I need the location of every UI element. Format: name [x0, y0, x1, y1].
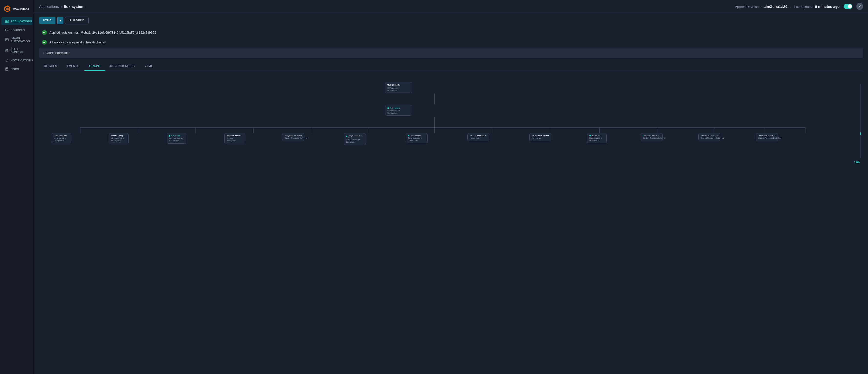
sidebar-item-sources-label: Sources: [11, 29, 25, 31]
node-kustomization-namespace: flux-system: [388, 112, 410, 114]
applications-icon: [5, 19, 9, 23]
logo-text: weavegitops: [13, 7, 29, 10]
logo-icon: [3, 5, 11, 13]
more-information-panel[interactable]: › More Information: [39, 48, 863, 58]
sidebar-item-flux-runtime[interactable]: Flux Runtime: [1, 45, 32, 56]
toolbar: SYNC ▾ SUSPEND: [39, 17, 863, 24]
image-automation-icon: [5, 38, 9, 42]
flux-runtime-icon: [5, 49, 9, 53]
node-flux-kust-kind: Kustomization: [589, 137, 604, 139]
tab-dependencies[interactable]: DEPENDENCIES: [105, 62, 140, 71]
node-flux-with-kind: ClusterRole: [532, 137, 549, 139]
node-webhook-receiver-title: webhook-receiver: [227, 135, 243, 136]
sidebar-item-sources[interactable]: Sources: [1, 26, 32, 34]
node-root-namespace: flux-system: [388, 89, 410, 91]
node-imagerepositories-kind: CustomResourceDefinition: [284, 137, 302, 139]
sidebar-item-notifications[interactable]: Notifications: [1, 56, 32, 64]
checkmark-2: [43, 41, 46, 44]
node-img-ctrl-ns: flux-system: [346, 141, 364, 143]
node-receivers-kind: CustomResourceDefinition: [643, 137, 660, 139]
logo: weavegitops: [0, 3, 34, 17]
scroll-thumb: [860, 132, 861, 135]
tab-events[interactable]: EVENTS: [62, 62, 84, 71]
node-ww-gitops[interactable]: ww-gitops HelmRepository flux-system: [167, 133, 186, 144]
node-helmcharts-crd[interactable]: helmcharts.source.to... CustomResourceDe…: [756, 133, 778, 141]
node-helm-ctrl-kind: ServiceAccount: [408, 137, 426, 139]
node-helm-ctrl-health: helm controller: [408, 135, 426, 136]
node-helm-controller[interactable]: helm controller ServiceAccount flux-syst…: [406, 133, 428, 143]
sidebar-item-applications[interactable]: Applications: [1, 17, 32, 25]
node-kustomization-kind: Kustomization: [388, 110, 410, 112]
content-area: SYNC ▾ SUSPEND Applied revision: main@sh…: [34, 13, 868, 374]
tab-details[interactable]: DETAILS: [39, 62, 62, 71]
node-allow-scraping-kind: NetworkPolicy: [112, 137, 126, 139]
node-imagerepositories-crd[interactable]: imagerepositories.ima... CustomResourceD…: [282, 133, 304, 141]
node-receivers-health: receivers.notificatio...: [643, 135, 660, 136]
breadcrumb-parent[interactable]: Applications: [39, 4, 59, 8]
node-img-ctrl-kind: ServiceAccount: [346, 139, 364, 141]
toggle-knob: [848, 4, 852, 8]
node-crd-controller-title: crd-controller-flux-s...: [470, 135, 487, 136]
health-dot-fluxkust: [589, 135, 591, 136]
sources-icon: [5, 28, 9, 32]
node-flux-with-flux[interactable]: flux-with-flux-system ClusterRole: [529, 133, 552, 141]
user-icon: [858, 4, 862, 8]
tab-bar: DETAILS EVENTS GRAPH DEPENDENCIES YAML: [39, 62, 863, 71]
node-helmcharts-health: helmcharts.source.to...: [758, 135, 776, 136]
suspend-button[interactable]: SUSPEND: [65, 17, 89, 24]
node-webhook-receiver[interactable]: webhook-receiver Service flux-system: [224, 133, 245, 143]
node-ww-gitops-kind: HelmRepository: [169, 137, 184, 139]
sidebar-item-flux-runtime-label: Flux Runtime: [11, 48, 29, 54]
header: Applications › flux-system Applied Revis…: [34, 0, 868, 13]
svg-rect-6: [7, 22, 8, 23]
user-avatar[interactable]: [856, 3, 863, 10]
node-flux-kust-health: flux-system: [589, 135, 604, 136]
node-kustomizations-crd[interactable]: kustomizations.source... CustomResourceD…: [698, 133, 720, 141]
sidebar-item-image-automation[interactable]: Image Automation: [1, 35, 32, 45]
more-information-label: More Information: [46, 51, 70, 55]
node-kustomizations-health: kustomizations.source...: [701, 135, 718, 136]
svg-point-14: [859, 5, 861, 6]
sync-button[interactable]: SYNC: [39, 17, 56, 24]
status-message-2: All workloads are passing health checks: [39, 38, 863, 46]
breadcrumb: Applications › flux-system: [39, 4, 84, 8]
tab-yaml[interactable]: YAML: [140, 62, 158, 71]
sidebar-item-docs-label: Docs: [11, 68, 19, 70]
node-allow-scraping[interactable]: allow-scraping NetworkPolicy flux-system: [109, 133, 129, 143]
node-crd-controller[interactable]: crd-controller-flux-s... ClusterRole: [467, 133, 490, 141]
svg-rect-5: [5, 22, 7, 23]
last-updated-label: Last Updated: 9 minutes ago: [795, 4, 840, 8]
sidebar-item-notifications-label: Notifications: [11, 59, 33, 62]
node-root[interactable]: flux-system GitRepository flux-system: [385, 82, 412, 93]
node-ww-gitops-ns: flux-system: [169, 139, 184, 142]
sync-dropdown-button[interactable]: ▾: [57, 17, 63, 24]
node-ww-gitops-health: ww-gitops: [169, 135, 184, 137]
health-dot-imgctrl: [346, 136, 347, 137]
svg-point-9: [6, 39, 7, 40]
sidebar-item-docs[interactable]: Docs: [1, 65, 32, 73]
applied-revision-label: Applied Revision: main@sha1:f29...: [735, 4, 790, 8]
scroll-track: [860, 84, 861, 158]
health-dot: [388, 107, 389, 109]
node-flux-system-kust[interactable]: flux-system Kustomization flux-system: [587, 133, 607, 143]
check-icon-2: [42, 40, 47, 45]
theme-toggle[interactable]: [844, 4, 852, 9]
header-right: Applied Revision: main@sha1:f29... Last …: [735, 3, 863, 10]
status-text-1: Applied revision: main@sha1:f29b11efe5f9…: [49, 31, 156, 34]
node-allow-webhooks[interactable]: allow-webhooks NetworkPolicy flux-system: [52, 133, 71, 143]
zoom-indicator: 19%: [854, 161, 860, 164]
checkmark-1: [43, 31, 46, 34]
node-root-kind: GitRepository: [388, 87, 410, 89]
node-receivers-crd[interactable]: receivers.notificatio... CustomResourceD…: [641, 133, 662, 141]
node-kustomization[interactable]: flux-system Kustomization flux-system: [385, 105, 412, 116]
sidebar-item-applications-label: Applications: [11, 20, 32, 23]
chevron-right-icon: ›: [43, 51, 44, 55]
svg-rect-8: [5, 38, 8, 41]
node-image-automation-controller[interactable]: image-automation-con... ServiceAccount f…: [344, 133, 366, 145]
graph-connections: [39, 75, 863, 167]
tab-graph[interactable]: GRAPH: [84, 62, 105, 71]
breadcrumb-current: flux-system: [64, 4, 84, 8]
main-content: Applications › flux-system Applied Revis…: [34, 0, 868, 374]
svg-rect-4: [7, 20, 8, 21]
health-dot-helm: [408, 135, 409, 136]
